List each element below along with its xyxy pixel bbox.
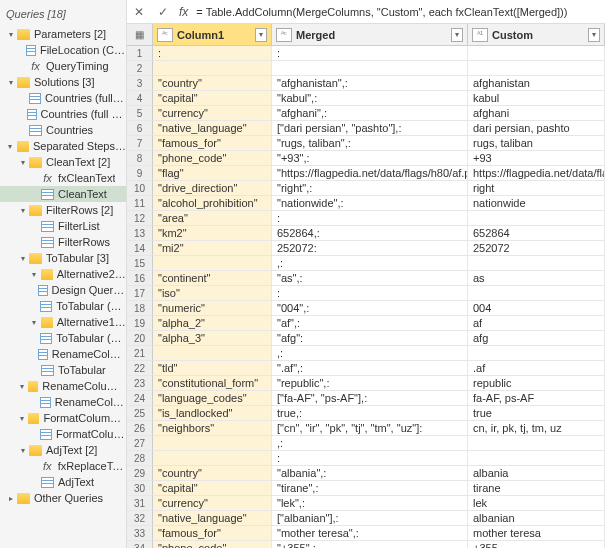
cell[interactable]: "capital" [153,481,272,496]
filter-dropdown-icon[interactable]: ▾ [588,28,600,42]
table-row[interactable]: 10"drive_direction""right",:right [127,181,605,196]
table-row[interactable]: 16"continent""as",:as [127,271,605,286]
cell[interactable]: "afghani",: [272,106,468,121]
tree-item[interactable]: ▸Other Queries [0,490,126,506]
cell[interactable]: kabul [468,91,605,106]
row-number[interactable]: 15 [127,256,153,271]
column-header[interactable]: ᴬᶜMerged▾ [272,24,468,45]
cell[interactable]: "rugs, taliban",: [272,136,468,151]
cell[interactable] [468,451,605,466]
table-row[interactable]: 22"tld"".af",:.af [127,361,605,376]
row-number[interactable]: 1 [127,46,153,61]
cell[interactable]: .af [468,361,605,376]
cell[interactable]: "famous_for" [153,526,272,541]
cell[interactable] [468,211,605,226]
tree-item[interactable]: FileLocation (C:\Users\l... [0,42,126,58]
cell[interactable]: "right",: [272,181,468,196]
cell[interactable]: "iso" [153,286,272,301]
tree-item[interactable]: fxQueryTiming [0,58,126,74]
cell[interactable]: "+355",: [272,541,468,548]
row-number[interactable]: 14 [127,241,153,256]
row-number[interactable]: 7 [127,136,153,151]
tree-item[interactable]: ToTabular (Alt1) [0,330,126,346]
cell[interactable]: "nationwide",: [272,196,468,211]
cell[interactable]: ,: [272,436,468,451]
tree-item[interactable]: fxfxCleanText [0,170,126,186]
cell[interactable] [468,286,605,301]
table-row[interactable]: 19"alpha_2""af",:af [127,316,605,331]
cell[interactable]: albania [468,466,605,481]
tree-item[interactable]: ▾Alternative2 [2] [0,266,126,282]
row-number[interactable]: 10 [127,181,153,196]
tree-item[interactable]: ▾CleanText [2] [0,154,126,170]
tree-item[interactable]: Design Query_Trans... [0,282,126,298]
table-row[interactable]: 29"country""albania",:albania [127,466,605,481]
row-number[interactable]: 17 [127,286,153,301]
row-number[interactable]: 29 [127,466,153,481]
cell[interactable]: albanian [468,511,605,526]
cell[interactable]: "https://flagpedia.net/data/flags/h80/af… [272,166,468,181]
cell[interactable]: afg [468,331,605,346]
table-row[interactable]: 11"alcohol_prohibition""nationwide",:nat… [127,196,605,211]
table-row[interactable]: 24"language_codes"["fa-AF", "ps-AF"],:fa… [127,391,605,406]
row-number[interactable]: 8 [127,151,153,166]
table-row[interactable]: 18"numeric""004",:004 [127,301,605,316]
cell[interactable]: "flag" [153,166,272,181]
row-number[interactable]: 4 [127,91,153,106]
tree-item[interactable]: ▾FormatColumns [1] [0,410,126,426]
formula-cancel-icon[interactable]: ✕ [131,4,147,20]
cell[interactable]: ,: [272,346,468,361]
row-number[interactable]: 12 [127,211,153,226]
cell[interactable]: "alpha_3" [153,331,272,346]
cell[interactable]: "afghanistan",: [272,76,468,91]
fx-icon[interactable]: fx [179,5,188,19]
cell[interactable]: "as",: [272,271,468,286]
table-row[interactable]: 3"country""afghanistan",:afghanistan [127,76,605,91]
cell[interactable]: "alpha_2" [153,316,272,331]
cell[interactable]: mother teresa [468,526,605,541]
cell[interactable]: "famous_for" [153,136,272,151]
cell[interactable]: ["dari persian", "pashto"],: [272,121,468,136]
cell[interactable] [468,346,605,361]
cell[interactable]: "capital" [153,91,272,106]
cell[interactable]: "mother teresa",: [272,526,468,541]
cell[interactable] [153,256,272,271]
cell[interactable] [468,61,605,76]
row-number[interactable]: 28 [127,451,153,466]
cell[interactable]: as [468,271,605,286]
filter-dropdown-icon[interactable]: ▾ [255,28,267,42]
cell[interactable]: "af",: [272,316,468,331]
table-row[interactable]: 28: [127,451,605,466]
cell[interactable] [153,451,272,466]
cell[interactable]: : [272,451,468,466]
cell[interactable]: "alcohol_prohibition" [153,196,272,211]
cell[interactable]: "continent" [153,271,272,286]
cell[interactable]: "language_codes" [153,391,272,406]
cell[interactable]: 652864,: [272,226,468,241]
cell[interactable]: "albania",: [272,466,468,481]
cell[interactable]: "republic",: [272,376,468,391]
cell[interactable]: "country" [153,466,272,481]
table-row[interactable]: 9"flag""https://flagpedia.net/data/flags… [127,166,605,181]
cell[interactable]: dari persian, pashto [468,121,605,136]
table-row[interactable]: 31"currency""lek",:lek [127,496,605,511]
column-header[interactable]: ᴬ¹Custom▾ [468,24,605,45]
row-number[interactable]: 23 [127,376,153,391]
table-row[interactable]: 1:: [127,46,605,61]
table-row[interactable]: 6"native_language"["dari persian", "pash… [127,121,605,136]
cell[interactable]: afghanistan [468,76,605,91]
tree-item[interactable]: Countries (full UI) with... [0,106,126,122]
cell[interactable]: "kabul",: [272,91,468,106]
cell[interactable]: "tirane",: [272,481,468,496]
row-number[interactable]: 13 [127,226,153,241]
row-number[interactable]: 33 [127,526,153,541]
tree-item[interactable]: CleanText [0,186,126,202]
row-number[interactable]: 20 [127,331,153,346]
tree-item[interactable]: Countries (full UI) [0,90,126,106]
cell[interactable]: "country" [153,76,272,91]
table-row[interactable]: 15,: [127,256,605,271]
cell[interactable] [468,46,605,61]
table-row[interactable]: 7"famous_for""rugs, taliban",:rugs, tali… [127,136,605,151]
tree-item[interactable]: ▾Alternative1 [2] [0,314,126,330]
cell[interactable]: ["albanian"],: [272,511,468,526]
